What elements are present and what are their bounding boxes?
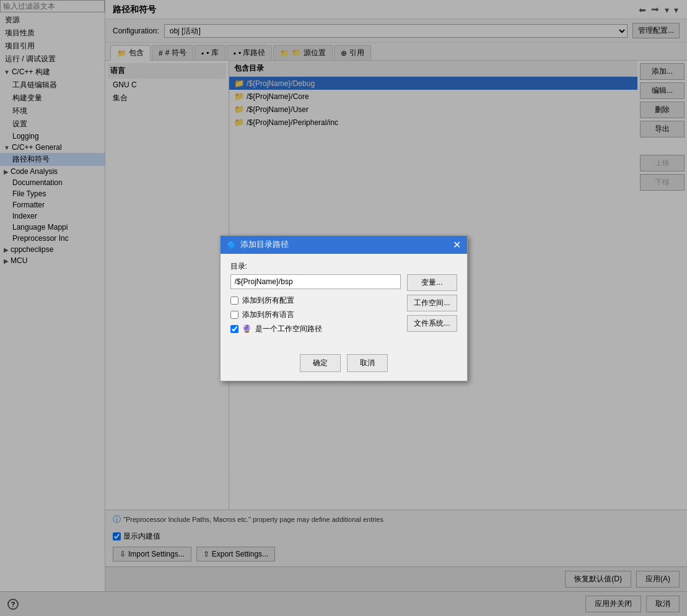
- modal-ok-btn[interactable]: 确定: [300, 354, 341, 372]
- workspace-path-row: 🔮 是一个工作空间路径: [230, 324, 401, 334]
- main-container: 资源 项目性质 项目引用 运行 / 调试设置 C/C++ 构建: [0, 0, 687, 616]
- modal-cancel-btn[interactable]: 取消: [347, 354, 388, 372]
- dir-field-label: 目录:: [230, 261, 457, 272]
- add-dir-modal: 🔷 添加目录路径 ✕ 目录: 添加到所有配置: [220, 235, 468, 381]
- add-all-configs-checkbox[interactable]: [230, 297, 238, 305]
- vars-btn[interactable]: 变量...: [407, 274, 457, 291]
- modal-left-col: 添加到所有配置 添加到所有语言 🔮 是一个工作空间路径: [230, 274, 401, 341]
- modal-title: 🔷 添加目录路径: [227, 239, 289, 250]
- workspace-path-label: 是一个工作空间路径: [255, 324, 322, 334]
- modal-right-col: 变量... 工作空间... 文件系统...: [407, 274, 457, 341]
- modal-checkboxes: 添加到所有配置 添加到所有语言 🔮 是一个工作空间路径: [230, 295, 401, 334]
- modal-footer: 确定 取消: [221, 348, 467, 381]
- modal-title-icon: 🔷: [227, 240, 237, 249]
- workspace-icon: 🔮: [242, 324, 252, 333]
- add-all-langs-label: 添加到所有语言: [242, 310, 294, 320]
- modal-close-btn[interactable]: ✕: [453, 239, 461, 251]
- dir-input[interactable]: [230, 274, 401, 289]
- modal-two-col: 添加到所有配置 添加到所有语言 🔮 是一个工作空间路径: [230, 274, 457, 341]
- filesystem-btn[interactable]: 文件系统...: [407, 315, 457, 332]
- modal-body: 目录: 添加到所有配置 添加到所有语言: [221, 254, 467, 348]
- modal-title-text: 添加目录路径: [240, 239, 289, 250]
- add-all-langs-row: 添加到所有语言: [230, 310, 401, 320]
- add-all-configs-label: 添加到所有配置: [242, 295, 294, 306]
- add-all-configs-row: 添加到所有配置: [230, 295, 401, 306]
- workspace-path-checkbox[interactable]: [230, 325, 238, 333]
- modal-overlay: 🔷 添加目录路径 ✕ 目录: 添加到所有配置: [0, 0, 687, 616]
- add-all-langs-checkbox[interactable]: [230, 311, 238, 319]
- modal-title-bar: 🔷 添加目录路径 ✕: [221, 236, 467, 254]
- workspace-btn[interactable]: 工作空间...: [407, 295, 457, 311]
